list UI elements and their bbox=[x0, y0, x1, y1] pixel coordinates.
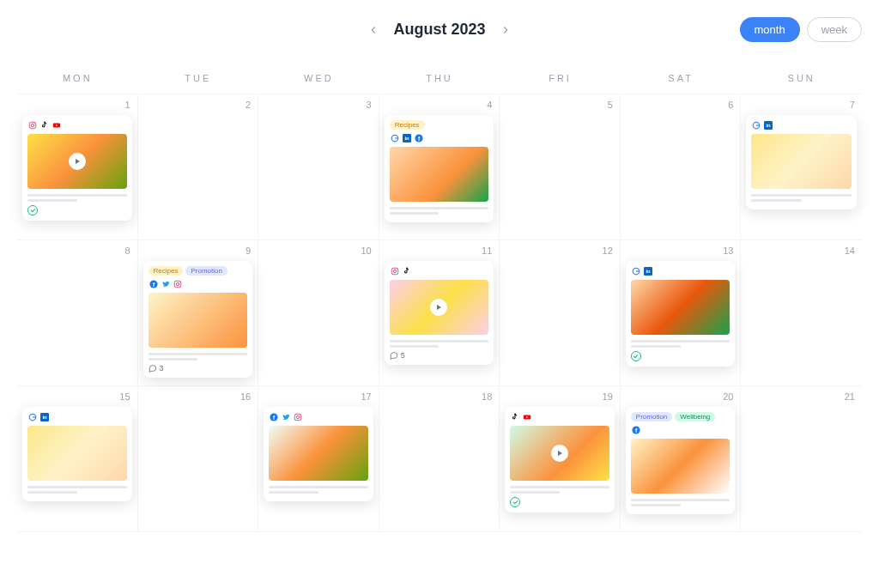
calendar-cell[interactable]: 115 bbox=[379, 240, 500, 386]
tiktok-icon bbox=[402, 266, 412, 276]
svg-rect-17 bbox=[391, 268, 398, 275]
text-placeholder bbox=[149, 353, 248, 361]
header: August 2023 month week bbox=[17, 21, 862, 39]
post-thumbnail bbox=[631, 439, 730, 494]
day-thu: THU bbox=[379, 73, 500, 83]
post-card[interactable]: f bbox=[264, 407, 373, 501]
date-number: 2 bbox=[246, 100, 251, 110]
instagram-icon bbox=[293, 412, 303, 422]
days-header: MON TUE WED THU FRI SAT SUN bbox=[17, 73, 862, 83]
post-card[interactable] bbox=[22, 115, 132, 221]
day-mon: MON bbox=[17, 73, 138, 83]
date-number: 11 bbox=[482, 246, 492, 256]
calendar-cell[interactable]: 1 bbox=[17, 94, 138, 240]
svg-rect-0 bbox=[29, 122, 36, 129]
calendar-cell[interactable]: 19 bbox=[500, 386, 621, 532]
twitter-icon bbox=[161, 279, 171, 289]
svg-point-2 bbox=[34, 123, 35, 124]
post-card[interactable]: in bbox=[626, 261, 736, 367]
calendar-cell[interactable]: 7in bbox=[741, 94, 862, 240]
calendar-cell[interactable]: 2 bbox=[138, 94, 259, 240]
svg-rect-14 bbox=[174, 281, 181, 288]
calendar-cell[interactable]: 16 bbox=[138, 386, 259, 532]
google-icon bbox=[631, 266, 641, 276]
text-placeholder bbox=[390, 340, 489, 348]
date-number: 5 bbox=[608, 100, 613, 110]
youtube-icon bbox=[522, 412, 532, 422]
date-number: 15 bbox=[119, 391, 130, 402]
post-thumbnail bbox=[510, 426, 609, 481]
day-sat: SAT bbox=[621, 73, 742, 83]
date-number: 19 bbox=[603, 391, 613, 402]
post-card[interactable]: 5 bbox=[385, 261, 494, 365]
post-card[interactable]: in bbox=[22, 407, 132, 501]
calendar-cell[interactable]: 8 bbox=[17, 240, 138, 386]
instagram-icon bbox=[390, 266, 400, 276]
calendar-cell[interactable]: 5 bbox=[500, 94, 621, 240]
calendar-cell[interactable]: 6 bbox=[621, 94, 742, 240]
text-placeholder bbox=[390, 207, 489, 215]
month-view-button[interactable]: month bbox=[740, 17, 800, 42]
calendar-cell[interactable]: 21 bbox=[741, 386, 862, 532]
calendar-cell[interactable]: 10 bbox=[258, 240, 379, 386]
tiktok-icon bbox=[39, 120, 50, 130]
day-fri: FRI bbox=[500, 73, 621, 83]
post-card[interactable] bbox=[505, 407, 615, 512]
tag-promotion: Promotion bbox=[631, 412, 672, 421]
facebook-icon: f bbox=[414, 133, 424, 143]
text-placeholder bbox=[27, 486, 127, 494]
post-card[interactable]: in bbox=[746, 115, 857, 209]
svg-text:in: in bbox=[646, 269, 651, 274]
calendar-cell[interactable]: 9RecipesPromotionf3 bbox=[138, 240, 259, 386]
date-number: 7 bbox=[850, 100, 855, 110]
prev-month-button[interactable] bbox=[366, 22, 381, 38]
day-tue: TUE bbox=[138, 73, 259, 83]
date-number: 21 bbox=[845, 391, 855, 402]
svg-point-19 bbox=[397, 269, 397, 270]
date-number: 6 bbox=[728, 100, 733, 110]
calendar-cell[interactable]: 13in bbox=[621, 240, 742, 386]
date-number: 12 bbox=[603, 246, 613, 256]
post-thumbnail bbox=[631, 280, 730, 335]
date-number: 20 bbox=[723, 391, 733, 402]
calendar-cell[interactable]: 17f bbox=[258, 386, 379, 532]
post-thumbnail bbox=[390, 280, 489, 335]
calendar-cell[interactable]: 4Recipesinf bbox=[379, 94, 500, 240]
calendar-cell[interactable]: 18 bbox=[379, 386, 500, 532]
date-number: 10 bbox=[361, 246, 371, 256]
tag-recipes: Recipes bbox=[149, 266, 184, 276]
date-number: 14 bbox=[845, 246, 855, 256]
date-number: 4 bbox=[487, 100, 492, 110]
post-thumbnail bbox=[149, 293, 248, 348]
twitter-icon bbox=[281, 412, 291, 422]
linkedin-icon: in bbox=[643, 266, 653, 276]
post-card[interactable]: PromotionWellbeingf bbox=[626, 407, 736, 514]
svg-point-15 bbox=[176, 282, 179, 285]
google-icon bbox=[27, 412, 38, 422]
text-placeholder bbox=[631, 340, 730, 348]
play-icon bbox=[69, 153, 86, 170]
play-icon bbox=[551, 445, 568, 462]
date-number: 13 bbox=[723, 246, 733, 256]
text-placeholder bbox=[751, 194, 852, 202]
week-view-button[interactable]: week bbox=[807, 17, 862, 42]
calendar-cell[interactable]: 3 bbox=[258, 94, 379, 240]
tag-promotion: Promotion bbox=[185, 266, 227, 276]
post-card[interactable]: RecipesPromotionf3 bbox=[143, 261, 253, 378]
calendar-cell[interactable]: 14 bbox=[741, 240, 862, 386]
calendar-grid: 1234Recipesinf567in89RecipesPromotionf31… bbox=[17, 94, 862, 532]
google-icon bbox=[751, 120, 761, 130]
post-thumbnail bbox=[751, 134, 852, 189]
next-month-button[interactable] bbox=[498, 22, 513, 38]
date-number: 18 bbox=[482, 391, 492, 402]
calendar-cell[interactable]: 20PromotionWellbeingf bbox=[621, 386, 742, 532]
post-card[interactable]: Recipesinf bbox=[385, 115, 494, 222]
calendar-cell[interactable]: 12 bbox=[500, 240, 621, 386]
svg-point-30 bbox=[300, 415, 300, 415]
instagram-icon bbox=[27, 120, 38, 130]
calendar-cell[interactable]: 15in bbox=[17, 386, 138, 532]
facebook-icon: f bbox=[631, 425, 641, 435]
month-title: August 2023 bbox=[393, 21, 485, 39]
svg-text:in: in bbox=[42, 415, 47, 420]
svg-point-1 bbox=[31, 124, 33, 126]
